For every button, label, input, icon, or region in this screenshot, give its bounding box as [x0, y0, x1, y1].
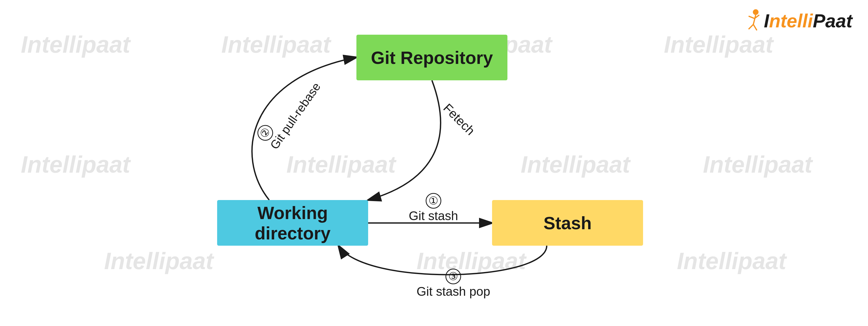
- svg-line-1: [753, 15, 755, 24]
- watermark-5: Intellipaat: [21, 151, 130, 178]
- svg-line-3: [753, 25, 757, 30]
- stash-box: Stash: [492, 200, 643, 246]
- logo: IntelliPaat: [742, 8, 852, 34]
- watermark-11: Intellipaat: [677, 248, 786, 275]
- git-stash-pop-label-container: ③ Git stash pop: [416, 269, 490, 299]
- svg-line-4: [748, 16, 754, 19]
- git-stash-num: ①: [426, 193, 441, 209]
- logo-text: IntelliPaat: [764, 10, 852, 32]
- watermark-7: Intellipaat: [521, 151, 630, 178]
- working-dir-label: Working directory: [217, 202, 368, 243]
- watermark-2: Intellipaat: [221, 31, 331, 58]
- git-repo-box: Git Repository: [356, 35, 507, 80]
- svg-point-0: [753, 9, 758, 15]
- logo-icon: [742, 8, 763, 34]
- watermark-9: Intellipaat: [104, 248, 214, 275]
- git-stash-pop-num: ③: [445, 269, 461, 284]
- watermark-8: Intellipaat: [703, 151, 812, 178]
- main-container: Intellipaat Intellipaat Intellipaat Inte…: [0, 0, 868, 326]
- watermark-6: Intellipaat: [286, 151, 396, 178]
- stash-label: Stash: [544, 213, 591, 233]
- watermark-4: Intellipaat: [664, 31, 773, 58]
- svg-line-2: [748, 25, 753, 29]
- git-pull-rebase-label: ② Git pull-rebase: [254, 71, 323, 152]
- watermark-1: Intellipaat: [21, 31, 130, 58]
- git-stash-label-container: ① Git stash: [409, 193, 458, 223]
- working-dir-box: Working directory: [217, 200, 368, 246]
- git-stash-pop-text: Git stash pop: [416, 284, 490, 298]
- git-stash-text: Git stash: [409, 209, 458, 223]
- git-repo-label: Git Repository: [371, 48, 493, 68]
- fetch-label: Fetech: [440, 101, 478, 138]
